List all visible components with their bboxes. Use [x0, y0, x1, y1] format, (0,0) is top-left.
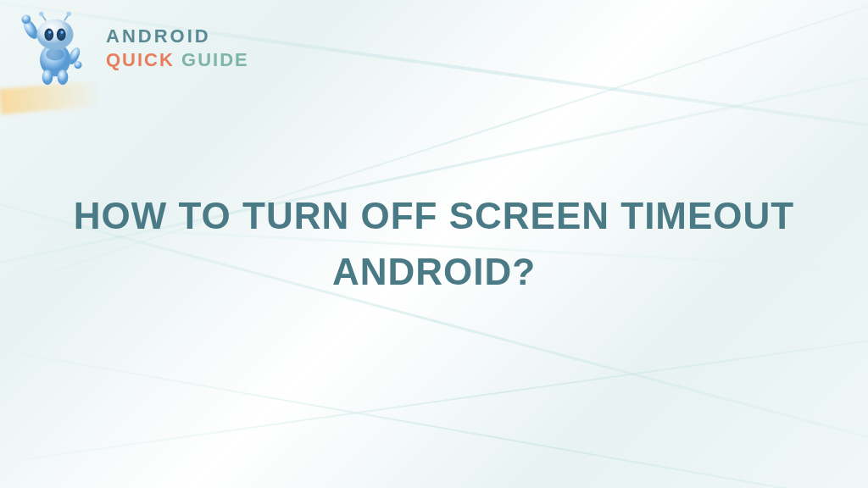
brand-word-quick: QUICK: [106, 49, 175, 70]
svg-point-10: [57, 29, 66, 41]
svg-point-3: [46, 48, 64, 60]
brand-name-line1: ANDROID: [106, 25, 249, 47]
svg-point-6: [42, 69, 53, 85]
svg-point-1: [21, 14, 31, 24]
robot-mascot-icon: [17, 10, 93, 86]
brand-name-line2: QUICK GUIDE: [106, 49, 249, 71]
svg-point-5: [75, 61, 82, 69]
svg-point-8: [36, 19, 73, 50]
brand-logo-text: ANDROID QUICK GUIDE: [106, 25, 249, 71]
svg-point-12: [60, 30, 64, 34]
svg-point-9: [44, 29, 53, 41]
title-container: HOW TO TURN OFF SCREEN TIMEOUT ANDROID?: [43, 188, 825, 300]
brand-word-guide: GUIDE: [181, 49, 249, 70]
article-title: HOW TO TURN OFF SCREEN TIMEOUT ANDROID?: [43, 188, 825, 300]
svg-point-14: [39, 12, 43, 16]
svg-point-11: [48, 30, 52, 34]
svg-point-16: [67, 12, 71, 16]
svg-point-7: [58, 69, 69, 85]
header: ANDROID QUICK GUIDE: [17, 10, 249, 86]
